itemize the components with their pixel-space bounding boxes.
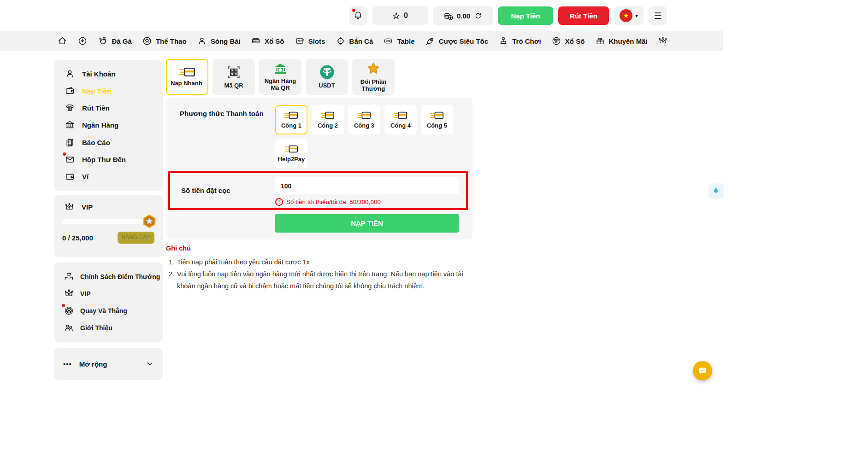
table-games-icon xyxy=(383,36,393,46)
sidebar-item-label: Rút Tiền xyxy=(82,104,110,112)
error-icon: ! xyxy=(275,198,283,206)
sidebar-item-vi[interactable]: Ví xyxy=(54,168,163,185)
gateway-cong-2[interactable]: Cổng 2 xyxy=(312,105,344,134)
sidebar-item-gioi-thieu[interactable]: Giới Thiệu xyxy=(54,319,163,336)
gateway-help2pay[interactable]: Help2Pay xyxy=(275,139,307,168)
sidebar-item-label: VIP xyxy=(80,290,91,298)
vip-progress-bar xyxy=(62,219,148,224)
hands-heart-icon xyxy=(64,271,74,282)
target-icon xyxy=(336,36,346,46)
deposit-page: ☆ 0 0.00 Nạp Tiền Rút Tiền ★ ▾ ☰ xyxy=(0,0,723,461)
note-item: Tiền nạp phải tuân theo yêu cầu đặt cược… xyxy=(176,256,468,268)
live-chat-button[interactable] xyxy=(693,361,712,380)
amount-error: ! Số tiền tối thiểu/tối đa: 50/300,000 xyxy=(275,198,381,206)
dealer-icon xyxy=(197,36,207,46)
amount-error-highlight: Số tiền đặt cọc ! Số tiền tối thiểu/tối … xyxy=(168,171,468,210)
nav-item-cuoc-sieu-toc[interactable]: Cược Siêu Tốc xyxy=(425,36,488,46)
tab-ma-qr[interactable]: Mã QR xyxy=(213,59,255,95)
expand-menu[interactable]: ••• Mở rộng xyxy=(54,348,163,380)
sidebar-item-label: Hộp Thư Đến xyxy=(82,156,126,163)
sidebar-item-ngan-hang[interactable]: Ngân Hàng xyxy=(54,117,163,134)
sidebar-item-vip[interactable]: VIP xyxy=(54,285,163,302)
tab-ngan-hang-ma-qr[interactable]: Ngân Hàng Mã QR xyxy=(259,59,301,95)
sidebar-item-quay-va-thang[interactable]: Quay Và Thắng xyxy=(54,302,163,319)
gateway-cong-3[interactable]: Cổng 3 xyxy=(348,105,380,134)
nav-item-ban-ca[interactable]: Bắn Cá xyxy=(336,36,373,46)
vip-progress-text: 0 / 25,000 xyxy=(62,234,93,242)
upgrade-button[interactable]: NÂNG CẤP xyxy=(118,232,154,244)
flag-star: ★ xyxy=(623,12,629,20)
refresh-icon[interactable] xyxy=(474,12,482,20)
nav-item-tro-choi[interactable]: Trò Chơi xyxy=(498,36,541,46)
sidebar-item-label: Ví xyxy=(82,173,89,181)
recent-icon xyxy=(77,36,88,46)
note-item: Vui lòng luôn nạp tiền vào ngân hàng mới… xyxy=(176,268,468,292)
people-icon xyxy=(64,322,74,333)
tab-doi-phan-thuong[interactable]: Đổi Phần Thưởng xyxy=(352,59,395,95)
sidebar-item-rut-tien[interactable]: Rút Tiền xyxy=(54,99,163,117)
caret-down-icon: ▾ xyxy=(635,13,638,19)
tab-nap-nhanh[interactable]: Nạp Nhanh xyxy=(166,59,208,95)
vip-progress xyxy=(62,219,154,224)
sidebar-item-bao-cao[interactable]: Báo Cáo xyxy=(54,134,163,151)
crown-icon xyxy=(64,288,74,299)
nav-label: Sòng Bài xyxy=(211,37,241,45)
sidebar-item-label: Ngân Hàng xyxy=(82,121,118,129)
tab-label: Ngân Hàng Mã QR xyxy=(260,78,301,92)
menu-button[interactable]: ☰ xyxy=(649,6,667,25)
nav-label: Cược Siêu Tốc xyxy=(439,37,488,45)
nav-item-da-ga[interactable]: Đá Gà xyxy=(98,36,131,46)
notes-list: Tiền nạp phải tuân theo yêu cầu đặt cược… xyxy=(166,256,468,292)
nav-item-slots[interactable]: 777 Slots xyxy=(295,36,325,46)
coins-icon xyxy=(443,12,453,20)
sidebar-item-nap-tien[interactable]: Nạp Tiền xyxy=(54,82,163,99)
speed-card-icon xyxy=(357,111,371,120)
bingo-icon: BINGO xyxy=(251,36,261,46)
sidebar-item-label: Chính Sách Điểm Thưởng xyxy=(80,273,160,280)
nav-label: Khuyến Mãi xyxy=(609,37,648,45)
nav-item-xo-so-2[interactable]: Xổ Số xyxy=(551,36,585,46)
sidebar-item-chinh-sach-diem-thuong[interactable]: Chính Sách Điểm Thưởng xyxy=(54,268,163,285)
tab-label: USDT xyxy=(319,82,335,89)
gateway-cong-1[interactable]: Cổng 1 xyxy=(275,105,307,134)
dots-icon: ••• xyxy=(63,360,72,368)
sidebar-item-label: Giới Thiệu xyxy=(80,324,112,332)
tab-usdt[interactable]: USDT xyxy=(306,59,348,95)
deposit-button[interactable]: Nạp Tiền xyxy=(498,6,553,25)
nav-item-the-thao[interactable]: Thể Thao xyxy=(142,36,187,46)
nav-label: Xổ Số xyxy=(265,37,284,45)
gateway-cong-4[interactable]: Cổng 4 xyxy=(384,105,417,134)
sidebar-item-tai-khoan[interactable]: Tài Khoản xyxy=(54,65,163,82)
sidebar-item-label: Nạp Tiền xyxy=(82,87,111,95)
sidebar-item-hop-thu-den[interactable]: Hộp Thư Đến xyxy=(54,151,163,168)
tab-label: Nạp Nhanh xyxy=(167,80,202,87)
wheel-icon xyxy=(64,305,74,316)
notify-dot xyxy=(62,304,65,307)
vietnam-flag-icon: ★ xyxy=(620,9,632,22)
nav-item-recent[interactable] xyxy=(77,36,88,46)
withdraw-button[interactable]: Rút Tiền xyxy=(558,6,609,25)
nav-item-song-bai[interactable]: Sòng Bài xyxy=(197,36,241,46)
vip-badge-icon[interactable] xyxy=(142,214,156,228)
speed-card-icon xyxy=(394,111,407,120)
gateway-label: Help2Pay xyxy=(278,156,305,163)
deposit-method-tabs: Nạp Nhanh Mã QR Ngân Hàng Mã QR USDT Đổi… xyxy=(166,59,395,95)
deposit-amount-input[interactable] xyxy=(275,177,459,194)
notifications-button[interactable] xyxy=(349,6,367,25)
nav-item-table[interactable]: Table xyxy=(383,36,414,46)
user-icon xyxy=(65,69,75,79)
water-drop-widget[interactable] xyxy=(709,184,723,198)
reward-star-icon xyxy=(366,61,381,76)
nav-item-khuyen-mai[interactable]: Khuyến Mãi xyxy=(595,36,648,46)
nav-item-home[interactable] xyxy=(57,36,67,46)
submit-deposit-button[interactable]: NẠP TIỀN xyxy=(275,214,459,233)
language-selector[interactable]: ★ ▾ xyxy=(614,6,644,25)
gateway-cong-5[interactable]: Cổng 5 xyxy=(421,105,453,134)
points-display[interactable]: ☆ 0 xyxy=(372,6,428,25)
nav-item-xo-so[interactable]: BINGO Xổ Số xyxy=(251,36,284,46)
rooster-icon xyxy=(98,36,108,46)
crown-icon xyxy=(64,202,75,212)
nav-item-vip[interactable] xyxy=(658,36,668,46)
account-menu: Tài Khoản Nạp Tiền Rút Tiền Ngân Hàng Bá… xyxy=(54,60,163,191)
report-icon xyxy=(65,137,75,148)
